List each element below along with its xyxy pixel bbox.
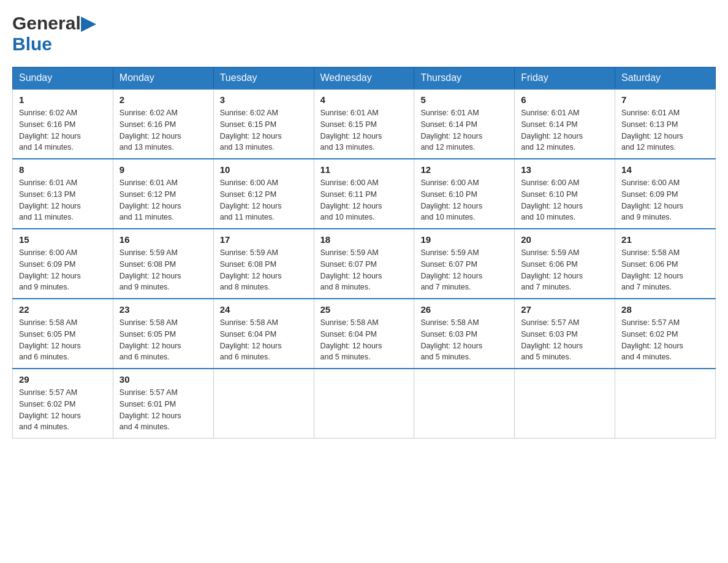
calendar-table: SundayMondayTuesdayWednesdayThursdayFrid…	[12, 67, 716, 439]
calendar-day-cell: 11Sunrise: 6:00 AMSunset: 6:11 PMDayligh…	[314, 159, 414, 229]
day-number: 19	[420, 234, 508, 245]
day-number: 24	[220, 304, 308, 315]
day-info: Sunrise: 6:01 AMSunset: 6:13 PMDaylight:…	[621, 107, 709, 153]
day-info: Sunrise: 6:00 AMSunset: 6:11 PMDaylight:…	[320, 177, 408, 223]
day-info: Sunrise: 5:59 AMSunset: 6:06 PMDaylight:…	[521, 247, 609, 293]
calendar-header-row: SundayMondayTuesdayWednesdayThursdayFrid…	[13, 67, 716, 90]
day-number: 11	[320, 164, 408, 175]
day-number: 27	[521, 304, 609, 315]
calendar-day-cell: 24Sunrise: 5:58 AMSunset: 6:04 PMDayligh…	[213, 299, 314, 369]
calendar-day-cell: 1Sunrise: 6:02 AMSunset: 6:16 PMDaylight…	[13, 89, 113, 159]
day-number: 15	[19, 234, 107, 245]
logo: General▶ Blue	[12, 12, 95, 55]
day-number: 8	[19, 164, 107, 175]
day-info: Sunrise: 6:02 AMSunset: 6:15 PMDaylight:…	[220, 107, 308, 153]
day-info: Sunrise: 6:00 AMSunset: 6:10 PMDaylight:…	[420, 177, 508, 223]
calendar-week-row: 22Sunrise: 5:58 AMSunset: 6:05 PMDayligh…	[13, 299, 716, 369]
day-info: Sunrise: 5:57 AMSunset: 6:03 PMDaylight:…	[521, 317, 609, 363]
calendar-day-cell: 26Sunrise: 5:58 AMSunset: 6:03 PMDayligh…	[414, 299, 515, 369]
calendar-header-sunday: Sunday	[13, 67, 113, 90]
calendar-day-cell: 12Sunrise: 6:00 AMSunset: 6:10 PMDayligh…	[414, 159, 515, 229]
calendar-day-cell: 5Sunrise: 6:01 AMSunset: 6:14 PMDaylight…	[414, 89, 515, 159]
calendar-day-cell: 15Sunrise: 6:00 AMSunset: 6:09 PMDayligh…	[13, 229, 113, 299]
day-info: Sunrise: 5:58 AMSunset: 6:04 PMDaylight:…	[320, 317, 408, 363]
calendar-day-cell: 4Sunrise: 6:01 AMSunset: 6:15 PMDaylight…	[314, 89, 414, 159]
calendar-day-cell: 21Sunrise: 5:58 AMSunset: 6:06 PMDayligh…	[615, 229, 716, 299]
day-number: 14	[621, 164, 709, 175]
calendar-day-cell: 18Sunrise: 5:59 AMSunset: 6:07 PMDayligh…	[314, 229, 414, 299]
day-info: Sunrise: 6:02 AMSunset: 6:16 PMDaylight:…	[19, 107, 107, 153]
calendar-header-friday: Friday	[515, 67, 615, 90]
calendar-day-cell: 23Sunrise: 5:58 AMSunset: 6:05 PMDayligh…	[113, 299, 213, 369]
day-number: 29	[19, 374, 107, 385]
day-number: 10	[220, 164, 308, 175]
day-info: Sunrise: 5:59 AMSunset: 6:07 PMDaylight:…	[320, 247, 408, 293]
day-number: 1	[19, 94, 107, 105]
calendar-day-cell: 22Sunrise: 5:58 AMSunset: 6:05 PMDayligh…	[13, 299, 113, 369]
calendar-header-monday: Monday	[113, 67, 213, 90]
calendar-day-cell	[213, 369, 314, 439]
day-info: Sunrise: 5:58 AMSunset: 6:05 PMDaylight:…	[119, 317, 207, 363]
calendar-day-cell	[314, 369, 414, 439]
calendar-header-tuesday: Tuesday	[213, 67, 314, 90]
day-info: Sunrise: 5:59 AMSunset: 6:08 PMDaylight:…	[119, 247, 207, 293]
day-info: Sunrise: 5:58 AMSunset: 6:03 PMDaylight:…	[420, 317, 508, 363]
day-info: Sunrise: 6:00 AMSunset: 6:09 PMDaylight:…	[19, 247, 107, 293]
day-info: Sunrise: 6:01 AMSunset: 6:14 PMDaylight:…	[420, 107, 508, 153]
calendar-day-cell	[414, 369, 515, 439]
day-info: Sunrise: 5:58 AMSunset: 6:06 PMDaylight:…	[621, 247, 709, 293]
day-info: Sunrise: 6:01 AMSunset: 6:13 PMDaylight:…	[19, 177, 107, 223]
day-info: Sunrise: 6:02 AMSunset: 6:16 PMDaylight:…	[119, 107, 207, 153]
day-info: Sunrise: 6:01 AMSunset: 6:14 PMDaylight:…	[521, 107, 609, 153]
day-info: Sunrise: 5:57 AMSunset: 6:02 PMDaylight:…	[621, 317, 709, 363]
calendar-header-wednesday: Wednesday	[314, 67, 414, 90]
logo-blue-text: Blue	[12, 34, 52, 55]
day-info: Sunrise: 5:58 AMSunset: 6:04 PMDaylight:…	[220, 317, 308, 363]
calendar-day-cell: 16Sunrise: 5:59 AMSunset: 6:08 PMDayligh…	[113, 229, 213, 299]
day-number: 20	[521, 234, 609, 245]
calendar-day-cell: 13Sunrise: 6:00 AMSunset: 6:10 PMDayligh…	[515, 159, 615, 229]
day-number: 21	[621, 234, 709, 245]
day-number: 7	[621, 94, 709, 105]
calendar-day-cell: 14Sunrise: 6:00 AMSunset: 6:09 PMDayligh…	[615, 159, 716, 229]
day-number: 16	[119, 234, 207, 245]
day-number: 4	[320, 94, 408, 105]
calendar-day-cell: 17Sunrise: 5:59 AMSunset: 6:08 PMDayligh…	[213, 229, 314, 299]
logo-general-text: General▶	[12, 12, 95, 34]
calendar-day-cell: 19Sunrise: 5:59 AMSunset: 6:07 PMDayligh…	[414, 229, 515, 299]
calendar-day-cell	[515, 369, 615, 439]
day-number: 23	[119, 304, 207, 315]
calendar-day-cell: 6Sunrise: 6:01 AMSunset: 6:14 PMDaylight…	[515, 89, 615, 159]
day-number: 9	[119, 164, 207, 175]
calendar-day-cell: 8Sunrise: 6:01 AMSunset: 6:13 PMDaylight…	[13, 159, 113, 229]
day-number: 3	[220, 94, 308, 105]
calendar-day-cell: 10Sunrise: 6:00 AMSunset: 6:12 PMDayligh…	[213, 159, 314, 229]
day-number: 13	[521, 164, 609, 175]
day-number: 30	[119, 374, 207, 385]
calendar-day-cell: 25Sunrise: 5:58 AMSunset: 6:04 PMDayligh…	[314, 299, 414, 369]
calendar-day-cell: 7Sunrise: 6:01 AMSunset: 6:13 PMDaylight…	[615, 89, 716, 159]
day-number: 17	[220, 234, 308, 245]
day-number: 6	[521, 94, 609, 105]
calendar-day-cell: 30Sunrise: 5:57 AMSunset: 6:01 PMDayligh…	[113, 369, 213, 439]
day-number: 26	[420, 304, 508, 315]
calendar-day-cell: 29Sunrise: 5:57 AMSunset: 6:02 PMDayligh…	[13, 369, 113, 439]
day-number: 12	[420, 164, 508, 175]
calendar-day-cell: 28Sunrise: 5:57 AMSunset: 6:02 PMDayligh…	[615, 299, 716, 369]
calendar-header-saturday: Saturday	[615, 67, 716, 90]
calendar-day-cell: 3Sunrise: 6:02 AMSunset: 6:15 PMDaylight…	[213, 89, 314, 159]
calendar-day-cell	[615, 369, 716, 439]
calendar-day-cell: 9Sunrise: 6:01 AMSunset: 6:12 PMDaylight…	[113, 159, 213, 229]
page-header: General▶ Blue	[12, 12, 716, 55]
day-info: Sunrise: 6:01 AMSunset: 6:15 PMDaylight:…	[320, 107, 408, 153]
calendar-week-row: 8Sunrise: 6:01 AMSunset: 6:13 PMDaylight…	[13, 159, 716, 229]
day-info: Sunrise: 6:00 AMSunset: 6:10 PMDaylight:…	[521, 177, 609, 223]
day-number: 5	[420, 94, 508, 105]
calendar-day-cell: 27Sunrise: 5:57 AMSunset: 6:03 PMDayligh…	[515, 299, 615, 369]
day-info: Sunrise: 6:00 AMSunset: 6:09 PMDaylight:…	[621, 177, 709, 223]
calendar-week-row: 29Sunrise: 5:57 AMSunset: 6:02 PMDayligh…	[13, 369, 716, 439]
day-number: 2	[119, 94, 207, 105]
day-number: 25	[320, 304, 408, 315]
calendar-header-thursday: Thursday	[414, 67, 515, 90]
day-number: 18	[320, 234, 408, 245]
